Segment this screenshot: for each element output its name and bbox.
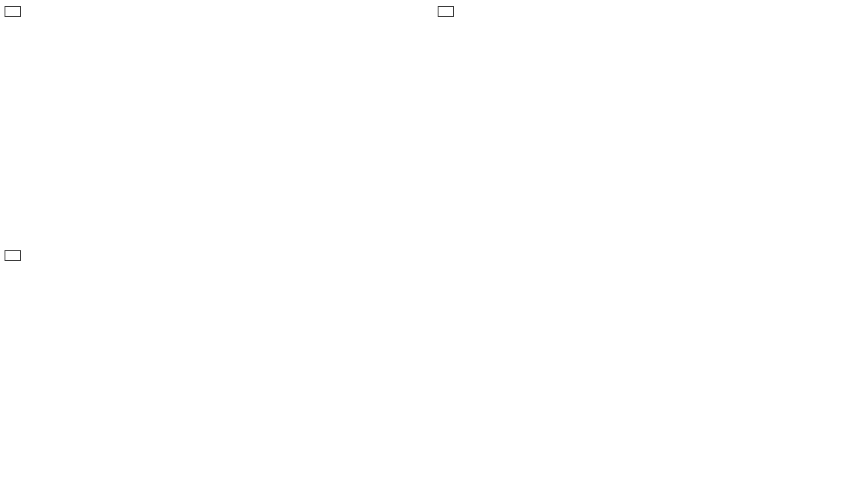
trace2-badge[interactable]: [438, 6, 454, 17]
trace2-footer-start: [486, 233, 489, 243]
vna-screen: [0, 0, 868, 488]
trace3-footer-stop: [725, 475, 860, 485]
trace1-footer-stop: [295, 233, 431, 243]
trace2-footer-stop: [724, 233, 859, 243]
plots-canvas: [0, 0, 868, 488]
trace3-badge[interactable]: [5, 250, 21, 261]
trace1-badge[interactable]: [5, 6, 21, 17]
trace3-footer-start: [51, 475, 55, 485]
trace1-footer-start: [51, 233, 55, 243]
